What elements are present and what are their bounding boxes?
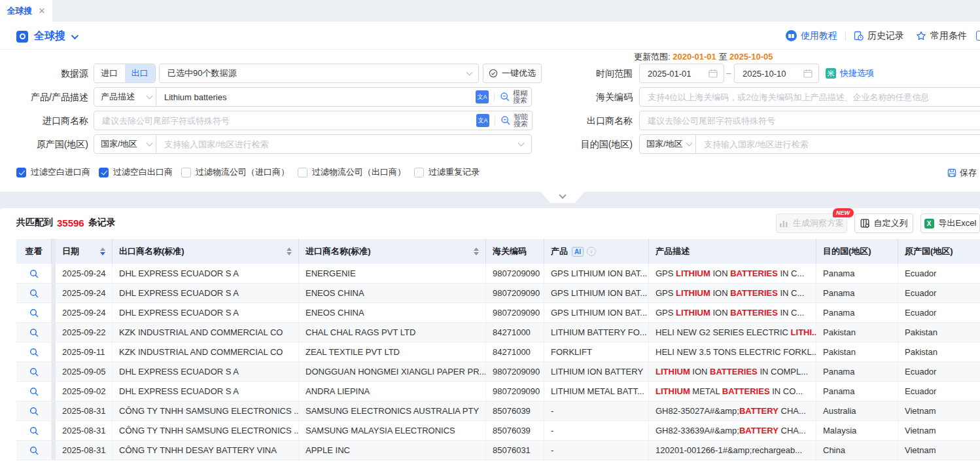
smart-search-icon[interactable] [500, 115, 511, 126]
cell-product[interactable]: FORKLIFT [544, 342, 649, 362]
cell-product[interactable]: GPS LITHIUM ION BAT... [544, 284, 649, 303]
view-button[interactable] [16, 323, 52, 342]
view-button[interactable] [16, 342, 52, 362]
view-button[interactable] [16, 401, 52, 421]
date-to-input[interactable] [735, 69, 803, 79]
tab-global-search[interactable]: 全球搜 ✕ [0, 0, 52, 22]
sort-icon[interactable] [281, 248, 292, 255]
origin-input[interactable] [156, 139, 519, 149]
cell-product[interactable]: LITHIUM METAL BATT... [544, 382, 649, 401]
checkbox-checked-icon[interactable] [99, 168, 109, 177]
cell-importer-link[interactable]: CHAL CHAL RAGS PVT LTD [299, 323, 486, 342]
cell-exporter-link[interactable]: KZK INDUSTRIAL AND COMMERCIAL CO [113, 323, 299, 342]
destination-country-select[interactable]: 国家/地区 [639, 134, 697, 154]
exporter-input[interactable] [640, 116, 980, 126]
checkbox-unchecked-icon[interactable] [298, 168, 307, 177]
cell-exporter-link[interactable]: DHL EXPRESS ECUADOR S A [113, 362, 299, 382]
favorites-link[interactable]: 常用条件 [916, 30, 967, 42]
divider [845, 31, 846, 41]
cell-importer-link[interactable]: SAMSUNG MALAYSIA ELECTRONICS [299, 421, 486, 441]
checkbox-unchecked-icon[interactable] [414, 168, 424, 177]
date-from-field[interactable] [639, 64, 724, 83]
cell-importer-link[interactable]: DONGGUAN HONGMEI XIANGLI PAPER PR... [299, 362, 486, 382]
cell-product[interactable]: GPS LITHIUM ION BAT... [544, 303, 649, 323]
translate-icon[interactable]: 文A [476, 114, 489, 127]
translate-icon[interactable]: 文A [476, 90, 489, 103]
sort-icon[interactable] [468, 248, 479, 255]
datasource-select[interactable]: 已选中90个数据源 [159, 64, 479, 83]
cell-exporter-link[interactable]: CÔNG TY TNHH SAMSUNG ELECTRONICS ... [113, 401, 299, 421]
table-header-row: 查看日期出口商名称(标准)进口商名称(标准)海关编码产品AIi产品描述目的国(地… [16, 239, 980, 264]
checkbox-checked-icon[interactable] [16, 168, 26, 177]
sort-icon[interactable] [95, 248, 105, 255]
chevron-down-icon[interactable] [71, 31, 79, 39]
cell-product[interactable]: GPS LITHIUM ION BAT... [544, 264, 649, 284]
cell-exporter-link[interactable]: DHL EXPRESS ECUADOR S A [113, 382, 299, 401]
hscode-input[interactable] [640, 92, 980, 102]
generate-insight-button[interactable]: 生成洞察方案 NEW [776, 213, 847, 233]
optimize-button[interactable]: 一键优选 [483, 64, 542, 83]
product-type-select[interactable]: 产品描述 [94, 87, 157, 107]
checkbox-unchecked-icon[interactable] [181, 168, 191, 177]
toggle-export[interactable]: 出口 [125, 64, 156, 83]
cut-off-icon[interactable] [976, 31, 980, 41]
cell-exporter-link[interactable]: DHL EXPRESS ECUADOR S A [113, 303, 299, 323]
cell-exporter-link[interactable]: CÔNG TY TNHH DESAY BATTERY VINA [113, 441, 299, 460]
product-input[interactable] [156, 92, 476, 102]
view-button[interactable] [16, 264, 52, 284]
date-dash: – [726, 64, 731, 83]
collapse-handle[interactable] [541, 192, 584, 203]
tab-close-icon[interactable]: ✕ [39, 6, 46, 16]
history-link[interactable]: 历史记录 [854, 30, 904, 42]
fuzzy-search-icon[interactable] [500, 92, 510, 102]
cell-importer-link[interactable]: ENERGENIE [299, 264, 486, 284]
quick-options-link[interactable]: 米 快捷选项 [826, 64, 874, 83]
cell-exporter-link[interactable]: CÔNG TY TNHH SAMSUNG ELECTRONICS ... [113, 421, 299, 441]
magnifier-icon [29, 348, 39, 357]
cell-description: GPS LITHIUM ION BATTERIES IN C... [649, 303, 816, 323]
filter-checkbox[interactable]: 过滤物流公司（出口商） [298, 166, 406, 178]
cell-origin: Pakistan [898, 323, 980, 342]
cell-hs-code: 9807209090 [486, 382, 544, 401]
date-from-input[interactable] [640, 69, 709, 79]
view-button[interactable] [16, 284, 52, 303]
smart-search-label[interactable]: 智能搜索 [514, 113, 528, 128]
cell-importer-link[interactable]: ENEOS CHINA [299, 303, 486, 323]
label-importer: 进口商名称 [0, 111, 88, 130]
importer-input[interactable] [94, 116, 476, 126]
cell-description: GH82-33639A#&amp;BATTERY CHA... [649, 421, 816, 441]
filter-checkbox[interactable]: 过滤重复记录 [414, 166, 480, 178]
toggle-import[interactable]: 进口 [94, 64, 125, 83]
cell-importer-link[interactable]: APPLE INC [299, 441, 486, 460]
view-button[interactable] [16, 362, 52, 382]
cell-exporter-link[interactable]: KZK INDUSTRIAL AND COMMERCIAL CO [113, 342, 299, 362]
tutorial-link[interactable]: 使用教程 [786, 30, 837, 42]
view-button[interactable] [16, 382, 52, 401]
cell-importer-link[interactable]: ANDRA LIEPINA [299, 382, 486, 401]
customize-columns-button[interactable]: 自定义列 [854, 213, 913, 233]
info-icon[interactable]: i [587, 247, 596, 256]
cell-product[interactable]: LITHIUM ION BATTERY [544, 362, 649, 382]
origin-country-select[interactable]: 国家/地区 [94, 134, 157, 154]
filter-checkbox[interactable]: 过滤空白出口商 [99, 166, 173, 178]
destination-input[interactable] [696, 139, 980, 149]
export-excel-button[interactable]: X 导出Excel [920, 213, 980, 233]
view-button[interactable] [16, 441, 52, 460]
date-to-field[interactable] [734, 64, 819, 83]
fuzzy-search-label[interactable]: 模糊搜索 [513, 90, 527, 104]
cell-product[interactable]: LITHIUM BATTERY FO... [544, 323, 649, 342]
cell-exporter-link[interactable]: DHL EXPRESS ECUADOR S A [113, 284, 299, 303]
label-origin: 原产国(地区) [0, 134, 88, 154]
cell-hs-code: 85076039 [486, 401, 544, 421]
view-button[interactable] [16, 303, 52, 323]
cell-importer-link[interactable]: SAMSUNG ELECTRONICS AUSTRALIA PTY [299, 401, 486, 421]
cell-exporter-link[interactable]: DHL EXPRESS ECUADOR S A [113, 264, 299, 284]
filter-checkbox[interactable]: 过滤空白进口商 [16, 166, 90, 178]
save-link[interactable]: 保存 [947, 167, 977, 179]
cell-importer-link[interactable]: ENEOS CHINA [299, 284, 486, 303]
cell-hs-code: 9807209090 [486, 284, 544, 303]
view-button[interactable] [16, 421, 52, 441]
cell-product: - [544, 401, 649, 421]
filter-checkbox[interactable]: 过滤物流公司（进口商） [181, 166, 289, 178]
cell-importer-link[interactable]: ZEAL TEXTILE PVT LTD [299, 342, 486, 362]
